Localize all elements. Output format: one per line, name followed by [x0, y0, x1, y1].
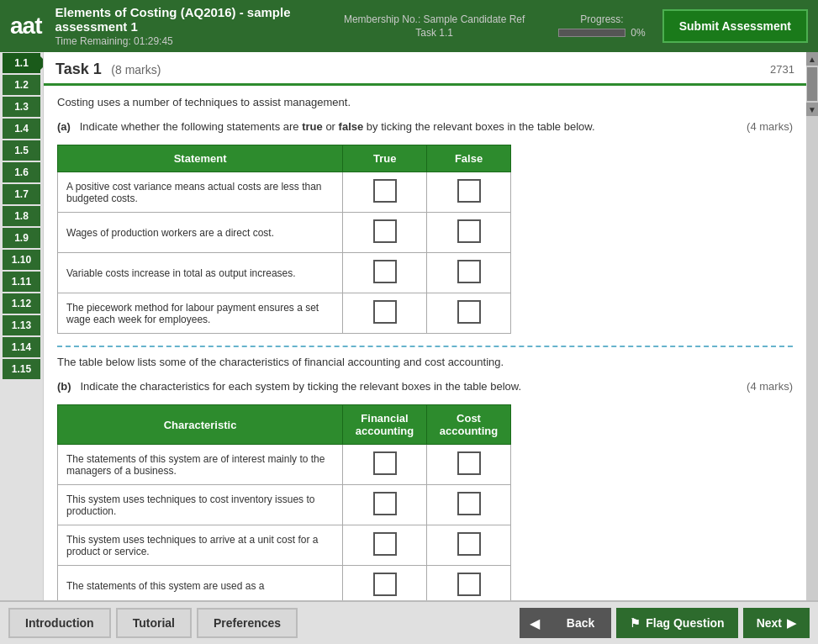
task-header-left: Task 1 (8 marks) [55, 61, 161, 78]
time-value: 01:29:45 [134, 35, 173, 47]
cost-check-1[interactable] [427, 485, 511, 525]
right-scrollbar[interactable]: ▲ ▼ [806, 52, 818, 600]
sidebar-item-1.12[interactable]: 1.12 [3, 293, 40, 314]
false-checkbox-3[interactable] [457, 300, 481, 324]
table-row: This system uses techniques to arrive at… [58, 525, 511, 566]
cost-checkbox-0[interactable] [457, 451, 481, 475]
financial-checkbox-1[interactable] [373, 492, 397, 515]
back-arrow-button[interactable]: ◀ [520, 608, 550, 638]
part-b-table: Characteristic Financialaccounting Costa… [57, 404, 511, 600]
introduction-button[interactable]: Introduction [8, 608, 111, 638]
logo: aat [10, 14, 41, 38]
sidebar-item-1.15[interactable]: 1.15 [3, 359, 40, 379]
table-row: A positive cost variance means actual co… [58, 172, 511, 213]
sidebar-item-1.9[interactable]: 1.9 [3, 228, 40, 248]
financial-checkbox-0[interactable] [373, 451, 397, 475]
content-body: Costing uses a number of techniques to a… [44, 86, 806, 600]
task-marks: (8 marks) [111, 63, 161, 77]
cost-checkbox-3[interactable] [457, 573, 481, 596]
sidebar-item-1.4[interactable]: 1.4 [3, 119, 40, 139]
intro-text: Costing uses a number of techniques to a… [57, 96, 793, 108]
sidebar: 1.11.21.31.41.51.61.71.81.91.101.111.121… [0, 52, 44, 600]
col-header-financial: Financialaccounting [343, 405, 427, 445]
sidebar-item-1.8[interactable]: 1.8 [3, 206, 40, 226]
sidebar-item-1.1[interactable]: 1.1 [3, 53, 40, 73]
true-checkbox-3[interactable] [373, 300, 397, 324]
time-remaining: Time Remaining: 01:29:45 [55, 35, 326, 47]
sidebar-item-1.6[interactable]: 1.6 [3, 162, 40, 182]
false-checkbox-0[interactable] [457, 179, 481, 203]
back-button[interactable]: Back [550, 608, 611, 638]
false-check-2[interactable] [427, 253, 511, 293]
true-check-1[interactable] [343, 213, 427, 253]
false-check-3[interactable] [427, 293, 511, 334]
sidebar-item-1.10[interactable]: 1.10 [3, 250, 40, 270]
progress-label: Progress: [558, 13, 645, 25]
col-header-true: True [343, 145, 427, 172]
next-button[interactable]: Next ▶ [743, 608, 810, 638]
true-checkbox-1[interactable] [373, 219, 397, 243]
part-a-instruction: Indicate whether the following statement… [80, 120, 595, 133]
financial-check-0[interactable] [343, 445, 427, 485]
cost-check-3[interactable] [427, 566, 511, 601]
header-progress: Progress: 0% [558, 13, 645, 39]
false-check-0[interactable] [427, 172, 511, 213]
part-b-instruction: Indicate the characteristics for each sy… [80, 380, 521, 393]
cost-checkbox-2[interactable] [457, 532, 481, 556]
false-checkbox-2[interactable] [457, 260, 481, 283]
sidebar-item-1.13[interactable]: 1.13 [3, 315, 40, 335]
task-label: Task 1.1 [344, 27, 525, 39]
statement-cell-0: A positive cost variance means actual co… [58, 172, 343, 213]
part-a-marks: (4 marks) [747, 120, 793, 133]
financial-check-3[interactable] [343, 566, 427, 601]
col-header-false: False [427, 145, 511, 172]
cost-check-2[interactable] [427, 525, 511, 566]
time-label: Time Remaining: [55, 35, 130, 47]
scroll-down-arrow[interactable]: ▼ [806, 103, 818, 116]
sidebar-item-1.7[interactable]: 1.7 [3, 184, 40, 204]
logo-text: aat [10, 13, 41, 39]
cost-check-0[interactable] [427, 445, 511, 485]
sidebar-item-1.14[interactable]: 1.14 [3, 337, 40, 357]
flag-label: Flag Question [646, 616, 724, 630]
tutorial-button[interactable]: Tutorial [116, 608, 192, 638]
flag-question-button[interactable]: ⚑ Flag Question [616, 608, 737, 638]
preferences-button[interactable]: Preferences [197, 608, 298, 638]
submit-assessment-button[interactable]: Submit Assessment [662, 9, 808, 43]
financial-checkbox-3[interactable] [373, 573, 397, 596]
cost-checkbox-1[interactable] [457, 492, 481, 515]
back-group: ◀ Back [520, 608, 611, 638]
scroll-thumb[interactable] [807, 67, 817, 101]
true-checkbox-2[interactable] [373, 260, 397, 283]
false-check-1[interactable] [427, 213, 511, 253]
statement-cell-2: Variable costs increase in total as outp… [58, 253, 343, 293]
sidebar-item-1.5[interactable]: 1.5 [3, 140, 40, 161]
sidebar-item-1.11[interactable]: 1.11 [3, 272, 40, 292]
true-checkbox-0[interactable] [373, 179, 397, 203]
part-b-label: (b) [57, 380, 71, 393]
financial-check-1[interactable] [343, 485, 427, 525]
financial-checkbox-2[interactable] [373, 532, 397, 556]
sidebar-item-1.3[interactable]: 1.3 [3, 97, 40, 117]
characteristic-cell-2: This system uses techniques to arrive at… [58, 525, 343, 566]
col-header-characteristic: Characteristic [58, 405, 343, 445]
next-label: Next [757, 616, 782, 630]
true-check-2[interactable] [343, 253, 427, 293]
content-area: Task 1 (8 marks) 2731 Costing uses a num… [44, 52, 806, 600]
part-a-table: Statement True False A positive cost var… [57, 145, 511, 334]
table-row: Wages of production workers are a direct… [58, 213, 511, 253]
progress-bar-background [558, 29, 625, 37]
false-checkbox-1[interactable] [457, 219, 481, 243]
task-number-right: 2731 [770, 63, 794, 76]
assessment-title: Elements of Costing (AQ2016) - sample as… [55, 5, 326, 34]
membership-info: Membership No.: Sample Candidate Ref [344, 13, 525, 25]
section-divider [57, 346, 793, 347]
financial-check-2[interactable] [343, 525, 427, 566]
scroll-up-arrow[interactable]: ▲ [806, 52, 818, 66]
true-check-3[interactable] [343, 293, 427, 334]
sidebar-item-1.2[interactable]: 1.2 [3, 75, 40, 95]
progress-bar-wrap: 0% [558, 27, 645, 39]
header: aat Elements of Costing (AQ2016) - sampl… [0, 0, 818, 52]
question-part-a: (4 marks) (a) Indicate whether the follo… [57, 120, 793, 133]
true-check-0[interactable] [343, 172, 427, 213]
